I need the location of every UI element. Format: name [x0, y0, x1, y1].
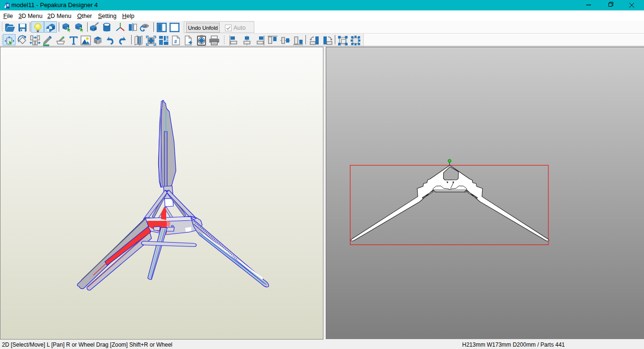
svg-text:#: #	[174, 39, 177, 44]
